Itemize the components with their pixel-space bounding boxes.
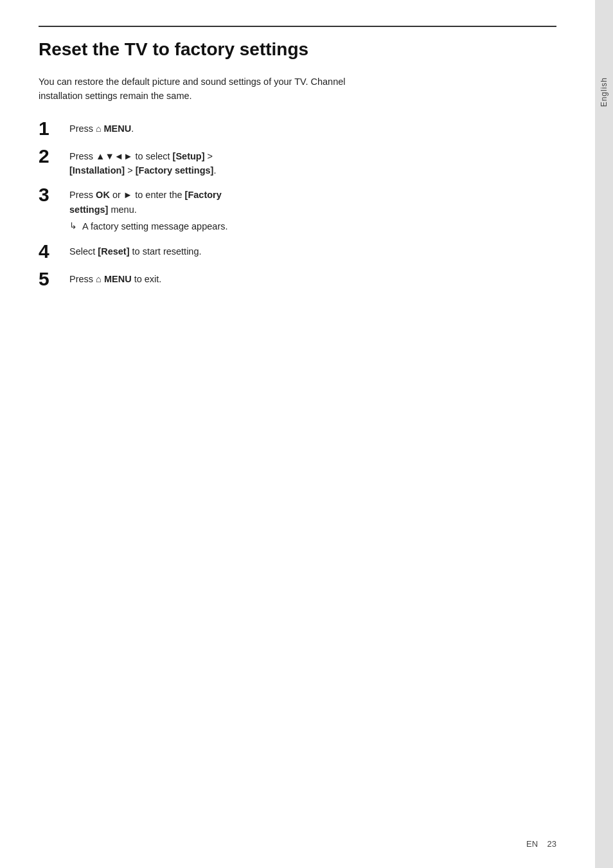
main-content: Reset the TV to factory settings You can…	[0, 0, 595, 868]
step-3: 3 Press OK or ► to enter the [Factory se…	[39, 184, 556, 233]
step-3-content: Press OK or ► to enter the [Factory sett…	[69, 184, 228, 233]
step3-factory: [Factory	[185, 190, 222, 200]
step-number-1: 1	[39, 118, 69, 139]
step-number-2: 2	[39, 145, 69, 167]
step4-select: Select	[69, 246, 95, 257]
step-number-3: 3	[39, 184, 69, 205]
step-2: 2 Press ▲▼◄► to select [Setup] > [Instal…	[39, 145, 556, 178]
step2-installation: [Installation]	[69, 165, 125, 176]
side-tab-label: English	[600, 77, 609, 107]
sub-note-text: A factory setting message appears.	[82, 219, 228, 233]
step3-or: or	[112, 190, 123, 200]
step-1: 1 Press ⌂ MENU.	[39, 118, 556, 139]
step1-menu: MENU	[103, 123, 131, 134]
step-number-4: 4	[39, 240, 69, 262]
step2-gt2: >	[127, 165, 136, 176]
step3-settings: settings]	[69, 204, 108, 215]
intro-text: You can restore the default picture and …	[39, 75, 373, 104]
step5-press: Press	[69, 274, 93, 284]
step-5-content: Press ⌂ MENU to exit.	[69, 268, 161, 286]
step4-reset: [Reset]	[98, 246, 129, 257]
step2-arrows: ▲▼◄►	[96, 151, 135, 161]
step1-press: Press	[69, 123, 93, 134]
step5-home-icon: ⌂	[96, 274, 104, 284]
step-1-content: Press ⌂ MENU.	[69, 118, 134, 136]
step3-to-enter: to enter the	[135, 190, 184, 200]
step-number-5: 5	[39, 268, 69, 289]
step2-factory: [Factory settings]	[136, 165, 214, 176]
page-container: Reset the TV to factory settings You can…	[0, 0, 613, 868]
step3-press: Press	[69, 190, 93, 200]
step-4-content: Select [Reset] to start resetting.	[69, 240, 202, 258]
step3-note: ↳ A factory setting message appears.	[69, 219, 228, 233]
step3-ok: OK	[96, 190, 110, 200]
top-rule	[39, 26, 556, 27]
steps-list: 1 Press ⌂ MENU. 2 Press ▲▼◄► to select […	[39, 118, 556, 289]
page-footer: EN 23	[526, 839, 556, 849]
step1-home-icon: ⌂	[96, 123, 103, 134]
page-title: Reset the TV to factory settings	[39, 39, 556, 60]
footer-page: 23	[547, 839, 556, 849]
step4-to-start: to start resetting.	[132, 246, 202, 257]
step3-arrow: ►	[123, 190, 132, 200]
step2-gt1: >	[208, 151, 213, 161]
step-5: 5 Press ⌂ MENU to exit.	[39, 268, 556, 289]
step5-menu: MENU	[104, 274, 132, 284]
footer-en: EN	[526, 839, 538, 849]
step-2-content: Press ▲▼◄► to select [Setup] > [Installa…	[69, 145, 216, 178]
sub-note-arrow: ↳	[69, 219, 77, 233]
step-4: 4 Select [Reset] to start resetting.	[39, 240, 556, 262]
step2-setup: [Setup]	[173, 151, 205, 161]
step3-menu: menu.	[111, 204, 136, 215]
step2-to-select: to select	[136, 151, 170, 161]
step5-to-exit: to exit.	[134, 274, 162, 284]
step2-press: Press	[69, 151, 93, 161]
side-tab: English	[595, 0, 613, 868]
